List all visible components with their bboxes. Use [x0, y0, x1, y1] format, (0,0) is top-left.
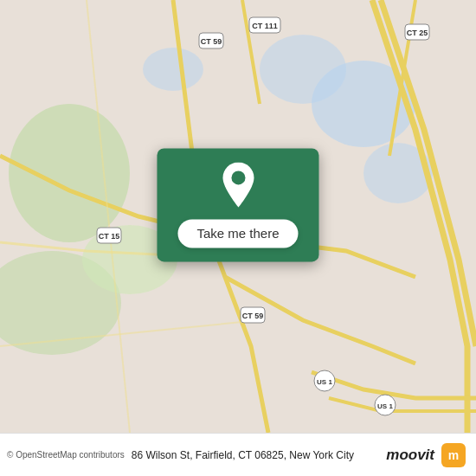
moovit-logo: moovit m	[386, 443, 466, 467]
svg-point-1	[9, 104, 130, 242]
address-section: © OpenStreetMap contributors	[7, 450, 125, 460]
moovit-wordmark: moovit	[386, 447, 434, 464]
take-me-there-button[interactable]: Take me there	[177, 219, 298, 248]
map-container: CT 15 CT 59 CT 59 CT 111 CT 25 US 1 US 1…	[0, 0, 476, 433]
svg-text:CT 111: CT 111	[252, 22, 278, 30]
svg-point-5	[260, 35, 346, 104]
bottom-bar: © OpenStreetMap contributors 86 Wilson S…	[0, 433, 476, 476]
card-overlay: Take me there	[157, 148, 318, 261]
svg-text:US 1: US 1	[317, 378, 332, 386]
location-pin-icon	[217, 162, 259, 210]
svg-point-6	[143, 48, 203, 91]
svg-text:CT 59: CT 59	[201, 37, 222, 46]
osm-credit: © OpenStreetMap contributors	[7, 450, 125, 460]
moovit-icon: m	[441, 443, 466, 467]
address-text: 86 Wilson St, Fairfield, CT 06825, New Y…	[125, 449, 386, 461]
svg-text:US 1: US 1	[377, 402, 393, 410]
svg-text:CT 25: CT 25	[407, 29, 428, 37]
svg-point-23	[231, 170, 245, 184]
svg-text:CT 59: CT 59	[242, 312, 264, 320]
svg-text:CT 15: CT 15	[99, 232, 120, 241]
